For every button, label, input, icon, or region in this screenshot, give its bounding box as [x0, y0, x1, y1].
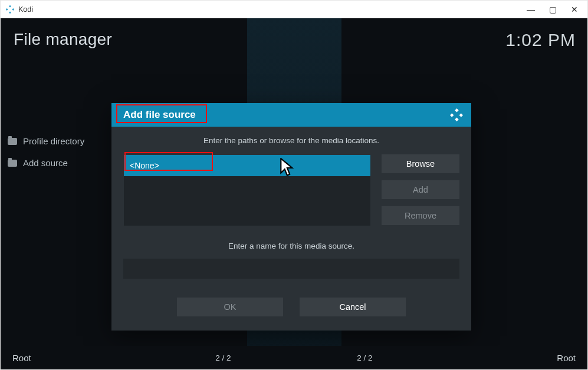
ok-button[interactable]: OK: [177, 298, 283, 316]
folder-icon: [8, 160, 17, 167]
svg-rect-1: [6, 8, 8, 11]
sidebar: Profile directory Add source: [8, 136, 84, 168]
window-controls: — ▢ ✕: [527, 5, 584, 14]
svg-rect-5: [450, 113, 454, 117]
pager-left: 2 / 2: [153, 354, 294, 362]
status-right-root: Root: [557, 353, 576, 363]
svg-rect-0: [9, 5, 11, 8]
close-button[interactable]: ✕: [571, 5, 578, 14]
kodi-logo-icon: [450, 108, 463, 121]
folder-icon: [8, 138, 17, 145]
maximize-button[interactable]: ▢: [549, 5, 557, 14]
sidebar-item-label: Profile directory: [23, 136, 84, 146]
name-hint: Enter a name for this media source.: [123, 242, 459, 250]
titlebar: Kodi — ▢ ✕: [1, 1, 587, 18]
status-left-root: Root: [12, 353, 31, 363]
dialog-header: Add file source: [111, 103, 471, 127]
cancel-button[interactable]: Cancel: [300, 298, 406, 316]
sidebar-item-add-source[interactable]: Add source: [8, 158, 84, 168]
source-name-input[interactable]: [123, 259, 459, 279]
path-entry-selected[interactable]: <None>: [124, 155, 370, 176]
add-path-button[interactable]: Add: [382, 180, 459, 199]
clock: 1:02 PM: [505, 30, 576, 50]
kodi-logo-icon: [5, 5, 15, 14]
remove-path-button[interactable]: Remove: [382, 206, 459, 225]
mouse-cursor-icon: [280, 158, 295, 178]
browse-button[interactable]: Browse: [382, 154, 459, 173]
svg-rect-3: [9, 11, 11, 14]
svg-rect-2: [12, 8, 14, 11]
os-window: Kodi — ▢ ✕ File manager 1:02 PM Profile …: [0, 0, 588, 370]
page-title: File manager: [14, 30, 112, 49]
paths-hint: Enter the paths or browse for the media …: [123, 136, 459, 145]
pager-right: 2 / 2: [294, 354, 436, 362]
paths-list[interactable]: <None>: [123, 154, 371, 226]
svg-rect-6: [459, 113, 463, 117]
status-bar: Root 2 / 2 2 / 2 Root: [1, 346, 587, 369]
minimize-button[interactable]: —: [527, 5, 535, 14]
add-file-source-dialog: Add file source Enter the paths or brows…: [111, 103, 471, 331]
dialog-body: Enter the paths or browse for the media …: [111, 127, 471, 331]
window-title: Kodi: [18, 5, 33, 14]
app-body: File manager 1:02 PM Profile directory A…: [1, 18, 587, 369]
svg-rect-7: [455, 118, 458, 121]
sidebar-item-label: Add source: [23, 158, 68, 168]
svg-rect-4: [455, 108, 458, 112]
sidebar-item-profile-directory[interactable]: Profile directory: [8, 136, 84, 146]
app-header: File manager 1:02 PM: [14, 30, 576, 50]
dialog-title: Add file source: [123, 109, 196, 121]
